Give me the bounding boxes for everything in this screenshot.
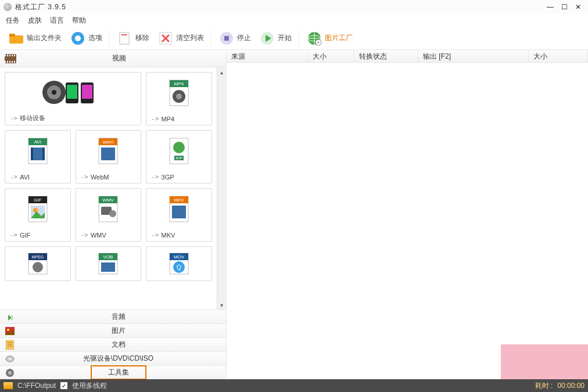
svg-text:MKV: MKV (174, 197, 184, 203)
toolset-icon (5, 368, 15, 377)
right-panel: 来源 大小 转换状态 输出 [F2] 大小 (227, 50, 588, 379)
toolbar-start[interactable]: 开始 (256, 29, 295, 48)
svg-text:GIF: GIF (34, 197, 41, 203)
svg-point-73 (9, 358, 11, 359)
disc-icon (5, 354, 15, 364)
task-list (227, 63, 588, 379)
toolbar-stop[interactable]: 停止 (215, 29, 254, 48)
category-audio[interactable]: 音频 (0, 310, 226, 323)
options-icon (70, 30, 86, 46)
col-output[interactable]: 输出 [F2] (418, 50, 529, 62)
scroll-up-button[interactable]: ▴ (217, 67, 226, 77)
pink-overlay (501, 344, 588, 379)
folder-icon (8, 30, 24, 46)
svg-rect-29 (31, 148, 33, 160)
category-document[interactable]: 文档 (0, 337, 226, 351)
col-size[interactable]: 大小 (308, 50, 354, 62)
tile-mobile-device[interactable]: ->移动设备 (5, 72, 141, 125)
multithread-checkbox[interactable]: ✓ (60, 382, 67, 389)
gif-icon: GIF (5, 189, 70, 229)
svg-rect-19 (82, 85, 92, 99)
menu-skin[interactable]: 皮肤 (28, 16, 42, 26)
svg-rect-52 (172, 206, 186, 218)
menu-help[interactable]: 帮助 (72, 16, 86, 26)
mkv-icon: MKV (146, 189, 211, 229)
svg-point-48 (109, 210, 116, 217)
tile-vob[interactable]: VOB (76, 246, 142, 281)
left-panel: 视频 ->移动设备 MP4 (0, 50, 227, 379)
app-icon (3, 3, 12, 11)
svg-rect-5 (121, 34, 127, 35)
window-title: 格式工厂 3.9.5 (15, 2, 66, 12)
col-status[interactable]: 转换状态 (354, 50, 418, 62)
tile-avi[interactable]: AVI ->AVI (5, 130, 71, 184)
tile-mp4[interactable]: MP4 ->MP4 (146, 72, 212, 125)
tile-mpeg[interactable]: MPEG (5, 246, 71, 281)
svg-rect-0 (9, 35, 23, 44)
category-toolset[interactable]: 工具集 (0, 365, 226, 379)
menu-task[interactable]: 任务 (6, 16, 20, 26)
svg-rect-1 (9, 34, 15, 37)
tile-webm[interactable]: webm ->WebM (76, 130, 142, 184)
statusbar: C:\FFOutput ✓ 使用多线程 耗时 : 00:00:00 (0, 379, 588, 392)
svg-point-56 (33, 262, 43, 272)
film-icon (5, 54, 16, 63)
svg-rect-30 (42, 148, 45, 160)
toolbar-pic-factory[interactable]: 图片工厂 (303, 29, 356, 48)
tile-wmv[interactable]: WMV ->WMV (76, 188, 142, 242)
category-image[interactable]: 图片 (0, 323, 226, 337)
folder-icon[interactable] (3, 382, 13, 389)
svg-rect-17 (67, 85, 77, 99)
tile-mkv[interactable]: MKV ->MKV (146, 188, 212, 242)
svg-rect-60 (101, 262, 115, 272)
svg-rect-68 (6, 340, 14, 350)
svg-text:WMV: WMV (103, 197, 114, 203)
clear-icon (157, 30, 174, 46)
menu-language[interactable]: 语言 (50, 16, 64, 26)
maximize-button[interactable]: ☐ (558, 2, 571, 12)
svg-text:MP4: MP4 (174, 81, 184, 87)
svg-text:AVI: AVI (34, 139, 41, 145)
tile-gif[interactable]: GIF ->GIF (5, 188, 71, 242)
svg-text:webm: webm (102, 140, 114, 144)
tile-mov[interactable]: MOVQ (146, 246, 212, 281)
toolbar-output-folder[interactable]: 输出文件夹 (5, 29, 65, 48)
elapsed-value: 00:00:00 (557, 382, 585, 390)
menubar: 任务 皮肤 语言 帮助 (0, 14, 588, 27)
multithread-label: 使用多线程 (72, 381, 107, 391)
col-source[interactable]: 来源 (227, 50, 308, 62)
toolbar-options[interactable]: 选项 (66, 29, 106, 48)
tile-3gp[interactable]: 3GP ->3GP (146, 130, 212, 184)
3gp-icon: 3GP (146, 131, 211, 171)
titlebar: 格式工厂 3.9.5 — ☐ ✕ (0, 0, 588, 14)
svg-point-3 (75, 35, 81, 41)
document-icon (5, 340, 15, 350)
mov-icon: MOVQ (146, 247, 211, 280)
svg-text:Q: Q (177, 264, 181, 271)
stop-icon (218, 30, 235, 46)
image-icon (5, 326, 15, 336)
scroll-down-button[interactable]: ▾ (217, 300, 226, 310)
svg-point-75 (8, 371, 12, 375)
remove-icon (117, 30, 133, 46)
output-path[interactable]: C:\FFOutput (17, 382, 56, 390)
audio-icon (5, 312, 15, 322)
globe-icon (306, 30, 322, 46)
minimize-button[interactable]: — (544, 2, 557, 12)
category-disc[interactable]: 光驱设备\DVD\CD\ISO (0, 351, 226, 365)
svg-rect-34 (101, 148, 115, 160)
svg-text:VOB: VOB (103, 254, 113, 260)
svg-point-67 (7, 329, 9, 331)
mpeg-icon: MPEG (5, 247, 70, 280)
wmv-icon: WMV (76, 189, 141, 229)
col-size2[interactable]: 大小 (529, 50, 588, 62)
svg-text:MOV: MOV (174, 254, 185, 260)
scrollbar-vertical[interactable]: ▴ ▾ (217, 67, 226, 310)
svg-point-15 (52, 90, 56, 95)
toolbar-clear-list[interactable]: 清空列表 (154, 29, 207, 48)
webm-icon: webm (76, 131, 141, 171)
column-headers: 来源 大小 转换状态 输出 [F2] 大小 (227, 50, 588, 63)
category-video-header[interactable]: 视频 (0, 50, 226, 67)
toolbar-remove[interactable]: 移除 (113, 29, 153, 48)
close-button[interactable]: ✕ (572, 2, 585, 12)
